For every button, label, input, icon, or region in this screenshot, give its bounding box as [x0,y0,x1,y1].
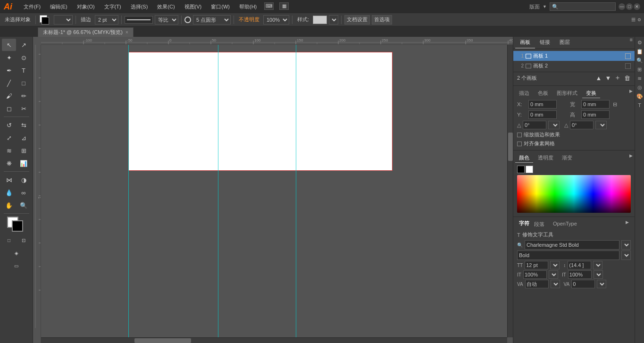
h-input[interactable] [581,110,610,119]
color-tab-transparency[interactable]: 透明度 [534,153,557,163]
ri-btn-4[interactable]: ⊞ [636,66,644,73]
color-panel-collapse[interactable]: ▶ [629,153,633,163]
pencil-tool[interactable]: ✏ [17,90,31,102]
menu-select[interactable]: 选择(S) [129,2,150,11]
reflect-tool[interactable]: ⇆ [17,119,31,131]
style-preview[interactable] [313,16,327,24]
hand-tool[interactable]: ✋ [2,199,16,211]
tracking-input[interactable] [525,280,549,288]
ri-btn-5[interactable]: ≋ [636,75,644,82]
x-input[interactable] [528,100,557,109]
leading-dropdown[interactable] [593,261,602,269]
doc-tab-close[interactable]: × [125,30,128,35]
artboard-delete-btn[interactable]: 🗑 [623,74,631,82]
rect-tool[interactable]: □ [17,77,31,89]
scale-h-dropdown[interactable] [549,270,558,279]
rotate-tool[interactable]: ↺ [2,119,16,131]
eyedropper-tool[interactable]: 💧 [2,186,16,199]
font-size-input[interactable] [525,261,548,269]
color-tab-color[interactable]: 颜色 [515,153,533,163]
warp-tool[interactable]: ≋ [2,144,16,157]
h-scrollbar-thumb[interactable] [134,338,191,343]
ri-btn-8[interactable]: T [636,101,644,109]
menu-effect[interactable]: 效果(C) [155,2,176,11]
fill-stroke-boxes[interactable] [39,14,52,25]
doc-settings-button[interactable]: 文档设置 [344,15,370,25]
kerning-input[interactable] [571,280,595,288]
version-dropdown-icon[interactable]: ▼ [543,4,547,9]
y-input[interactable] [528,110,557,119]
shear-tool[interactable]: ⊿ [17,132,31,144]
gradient-tool[interactable]: ◑ [17,174,31,186]
select-tool[interactable]: ↖ [2,39,16,51]
screen-mode-btn[interactable]: ▭ [9,259,24,272]
menu-file[interactable]: 文件(F) [22,2,42,11]
color-tab-gradient[interactable]: 渐变 [558,153,576,163]
scissors-tool[interactable]: ✂ [17,102,31,115]
v-scrollbar-thumb[interactable] [508,133,513,161]
tab-layers[interactable]: 图层 [555,37,575,49]
angle-dropdown[interactable] [548,121,560,129]
swatch-white[interactable] [526,166,533,173]
sub-panel-collapse[interactable]: ▶ [629,89,633,98]
artboard-visibility-2[interactable] [625,63,631,69]
line-tool[interactable]: ╱ [2,77,16,89]
prefs-button[interactable]: 首选项 [372,15,392,25]
artboard-move-up-btn[interactable]: ▲ [595,74,602,82]
link-icon[interactable]: ⊟ [611,100,618,108]
paintbrush-tool[interactable]: 🖌 [2,90,16,102]
scale-tool[interactable]: ⤢ [2,132,16,144]
grid-icon[interactable]: ▦ [279,2,289,10]
type-tool[interactable]: T [17,64,31,76]
ri-btn-1[interactable]: ⚙ [636,39,644,46]
horizontal-scrollbar[interactable] [41,337,507,343]
lasso-tool[interactable]: ⊙ [17,51,31,64]
fill-type-dropdown[interactable] [54,15,73,25]
sub-tab-graphic-styles[interactable]: 图形样式 [553,89,581,98]
menu-text[interactable]: 文字(T) [102,2,123,11]
char-tab-char[interactable]: 字符 [519,220,529,229]
search-input[interactable] [550,2,616,11]
fullscreen-btn[interactable]: ⊡ [17,234,31,246]
ri-btn-7[interactable]: 🎨 [636,92,644,100]
mesh-tool[interactable]: ⋈ [2,174,16,186]
font-size-dropdown[interactable] [550,261,560,269]
ri-btn-6[interactable]: ◎ [636,84,644,91]
stroke-color-box[interactable] [12,220,23,232]
stroke-box[interactable] [42,17,49,25]
pen-tool[interactable]: ✒ [2,64,16,76]
scale-h-input[interactable] [523,270,547,279]
stroke-weight-dropdown[interactable]: 2 pt [95,15,118,25]
kerning-dropdown[interactable] [597,280,606,288]
inside-drawing-btn[interactable]: ◈ [9,247,24,259]
minimize-button[interactable]: — [619,3,625,10]
vertical-scrollbar[interactable] [507,45,513,337]
color-spectrum[interactable] [517,175,631,213]
artboard-move-down-btn[interactable]: ▼ [604,74,612,82]
sub-tab-stroke[interactable]: 描边 [515,89,533,98]
char-tab-opentype[interactable]: OpenType [549,220,581,229]
blend-tool[interactable]: ∞ [17,186,31,199]
canvas-container[interactable] [41,45,513,343]
leading-input[interactable] [568,261,591,269]
magic-wand-tool[interactable]: ✦ [2,51,16,64]
panel-menu-icon[interactable]: ≡ [630,37,633,49]
scale-v-dropdown[interactable] [594,270,603,279]
scale-stroke-checkbox[interactable] [517,133,522,137]
sub-tab-transform[interactable]: 变换 [582,89,600,98]
tab-artboards[interactable]: 画板 [515,37,535,49]
artboard-item-2[interactable]: 2 画板 2 [513,61,635,71]
menu-edit[interactable]: 编辑(E) [48,2,69,11]
toolbar-settings-icon[interactable]: ⚙ [637,17,641,22]
shape-dropdown[interactable]: 5 点圆形 [193,15,231,25]
stroke-style-preview[interactable] [125,16,153,24]
char-panel-collapse[interactable]: ▶ [626,220,629,229]
artboard-visibility-1[interactable] [625,53,631,59]
zoom-tool[interactable]: 🔍 [17,199,31,211]
align-pixel-checkbox[interactable] [517,142,522,146]
doc-tab-1[interactable]: 未标题-1* @ 66.67% (CMYK/预览) × [38,27,134,37]
menu-view[interactable]: 视图(V) [183,2,204,11]
shear-dropdown[interactable] [595,121,607,129]
style-dropdown[interactable] [329,15,338,25]
ri-btn-3[interactable]: 🔍 [636,57,644,64]
